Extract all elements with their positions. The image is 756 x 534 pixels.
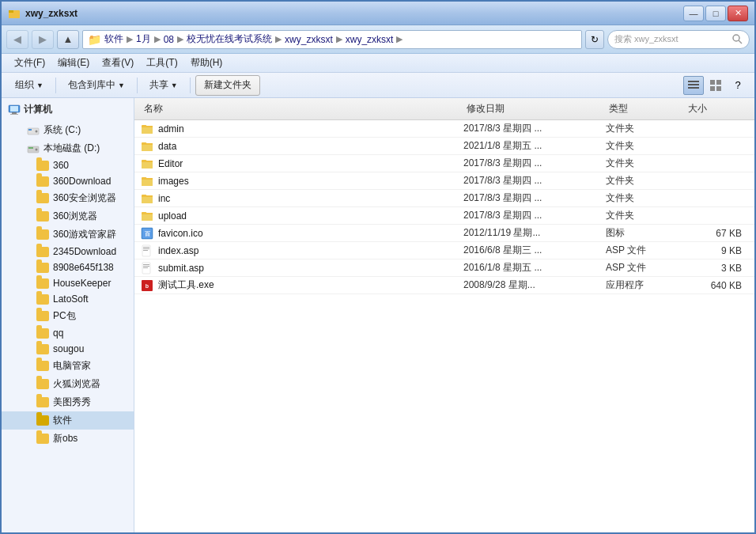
asp-icon-submit [141,262,153,275]
sidebar-item-firefox[interactable]: 火狐浏览器 [2,375,134,393]
folder-icon-qq [36,328,49,339]
file-size-favicon: 67 KB [685,228,748,239]
sidebar-item-latosoft[interactable]: LatoSoft [2,291,134,307]
svg-rect-1 [9,12,20,18]
crumb-4[interactable]: 校无忧在线考试系统 [187,32,272,46]
maximize-button[interactable]: □ [705,6,726,21]
table-row[interactable]: inc 2017/8/3 星期四 ... 文件夹 [134,190,754,207]
back-button[interactable]: ◀ [6,30,28,49]
table-row[interactable]: admin 2017/8/3 星期四 ... 文件夹 [134,120,754,138]
file-date-upload: 2017/8/3 星期四 ... [463,209,606,222]
sidebar-item-drive-c[interactable]: 系统 (C:) [2,121,134,139]
title-controls: — □ ✕ [683,6,748,21]
menu-file[interactable]: 文件(F) [8,55,51,71]
col-type[interactable]: 类型 [606,100,685,117]
sidebar-item-software[interactable]: 软件 [2,411,134,430]
address-bar-area: ◀ ▶ ▲ 📁 软件 ▶ 1月 ▶ 08 ▶ 校无忧在线考试系统 ▶ xwy_z… [2,25,754,54]
sidebar-item-pc[interactable]: PC包 [2,307,134,325]
folder-icon-sougou [36,344,49,354]
file-list-header: 名称 修改日期 类型 大小 [134,98,754,120]
forward-button[interactable]: ▶ [32,30,54,49]
sidebar-item-360[interactable]: 360 [2,157,134,173]
search-icon [732,34,743,44]
sidebar-label-meitu: 美图秀秀 [53,396,91,409]
crumb-6[interactable]: xwy_zxksxt [346,34,394,45]
sidebar-item-360browser-safe[interactable]: 360安全浏览器 [2,189,134,207]
address-box[interactable]: 📁 软件 ▶ 1月 ▶ 08 ▶ 校无忧在线考试系统 ▶ xwy_zxksxt … [82,30,582,49]
file-type-exe: 应用程序 [606,278,685,292]
menu-edit[interactable]: 编辑(E) [51,55,96,71]
svg-rect-8 [710,80,715,85]
sidebar-item-qq[interactable]: qq [2,325,134,341]
sidebar-item-newobs[interactable]: 新obs [2,430,134,448]
file-type-editor: 文件夹 [606,157,685,170]
sidebar-item-8908[interactable]: 8908e645f138 [2,259,134,275]
folder-icon-pcmanager [36,361,49,371]
large-icon-view-button[interactable] [705,76,726,95]
toolbar-separator-2 [137,78,138,93]
up-button[interactable]: ▲ [57,30,79,49]
sidebar-label-360safe: 360安全浏览器 [53,191,116,205]
file-size-exe: 640 KB [685,280,748,291]
file-name-submit: submit.asp [141,262,463,275]
minimize-button[interactable]: — [683,6,704,21]
sidebar-item-pcmanager[interactable]: 电脑管家 [2,357,134,375]
search-box[interactable]: 搜索 xwy_zxksxt [607,30,750,49]
sidebar-item-drive-d[interactable]: 本地磁盘 (D:) [2,139,134,157]
table-row[interactable]: b 测试工具.exe 2008/9/28 星期... 应用程序 640 KB [134,277,754,294]
table-row[interactable]: index.asp 2016/6/8 星期三 ... ASP 文件 9 KB [134,242,754,259]
sidebar-item-2345download[interactable]: 2345Download [2,244,134,259]
folder-icon-360download [36,176,49,187]
table-row[interactable]: images 2017/8/3 星期四 ... 文件夹 [134,172,754,190]
menu-bar: 文件(F) 编辑(E) 查看(V) 工具(T) 帮助(H) [2,54,754,73]
organize-button[interactable]: 组织 ▼ [8,75,51,96]
svg-rect-13 [10,106,18,112]
sidebar-item-360browser[interactable]: 360浏览器 [2,207,134,225]
crumb-5[interactable]: xwy_zxksxt [285,34,333,45]
share-button[interactable]: 共享 ▼ [142,75,185,96]
table-row[interactable]: data 2021/1/8 星期五 ... 文件夹 [134,138,754,155]
svg-rect-14 [12,112,17,114]
table-row[interactable]: upload 2017/8/3 星期四 ... 文件夹 [134,207,754,225]
include-library-button[interactable]: 包含到库中 ▼ [61,75,132,96]
sidebar-item-360download[interactable]: 360Download [2,173,134,189]
file-name-admin: admin [141,123,463,134]
title-bar: xwy_zxksxt — □ ✕ [2,2,754,25]
new-folder-button[interactable]: 新建文件夹 [195,75,260,96]
col-name[interactable]: 名称 [141,100,463,117]
menu-tools[interactable]: 工具(T) [140,55,183,71]
sidebar-item-housekeeper[interactable]: HouseKeeper [2,275,134,291]
file-date-index: 2016/6/8 星期三 ... [463,244,606,257]
crumb-2[interactable]: 1月 [136,32,151,46]
table-row[interactable]: Editor 2017/8/3 星期四 ... 文件夹 [134,155,754,172]
help-button[interactable]: ? [728,76,748,95]
svg-rect-5 [688,81,699,82]
sidebar-item-360games[interactable]: 360游戏管家辟 [2,225,134,244]
sidebar-item-sougou[interactable]: sougou [2,341,134,357]
refresh-button[interactable]: ↻ [585,30,604,49]
crumb-3[interactable]: 08 [164,34,174,45]
svg-rect-28 [143,250,148,251]
sidebar-label-sougou: sougou [53,343,84,354]
sidebar-label-drive-d: 本地磁盘 (D:) [43,142,100,155]
folder-icon-data [141,141,153,152]
crumb-1[interactable]: 软件 [104,32,123,46]
computer-icon [8,104,21,116]
svg-point-3 [733,35,739,41]
sidebar-item-meitu[interactable]: 美图秀秀 [2,393,134,411]
table-row[interactable]: 百 favicon.ico 2012/11/19 星期... 图标 67 KB [134,225,754,242]
svg-rect-27 [143,248,149,249]
list-view-button[interactable] [683,76,704,95]
table-row[interactable]: submit.asp 2016/1/8 星期五 ... ASP 文件 3 KB [134,259,754,277]
menu-help[interactable]: 帮助(H) [184,55,229,71]
menu-view[interactable]: 查看(V) [96,55,140,71]
close-button[interactable]: ✕ [728,6,748,21]
col-date[interactable]: 修改日期 [463,100,606,117]
sidebar-label-360games: 360游戏管家辟 [53,228,116,241]
file-name-inc: inc [141,193,463,204]
col-size[interactable]: 大小 [685,100,748,117]
file-type-index: ASP 文件 [606,244,685,257]
sidebar-label-firefox: 火狐浏览器 [53,377,100,391]
file-type-favicon: 图标 [606,226,685,240]
exe-icon: b [141,279,153,292]
